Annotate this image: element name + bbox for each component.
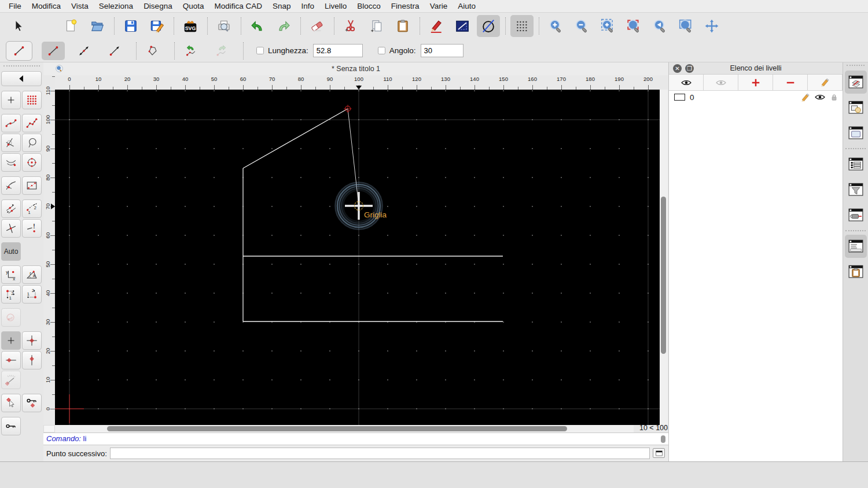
layer-row[interactable]: 0 xyxy=(669,91,843,103)
tool-inactive-button[interactable] xyxy=(1,308,21,327)
menu-quota[interactable]: Quota xyxy=(178,0,209,13)
hide-all-layers-button[interactable] xyxy=(704,75,738,90)
zoom-pan-button[interactable] xyxy=(700,15,723,37)
dock-entity-list-button[interactable] xyxy=(845,153,867,176)
export-svg-button[interactable]: SVG xyxy=(179,15,202,37)
dock-layer-list-button[interactable] xyxy=(845,71,867,94)
polyline-undo-segment-button[interactable] xyxy=(179,42,203,60)
menu-modifica[interactable]: Modifica xyxy=(27,0,66,13)
zoom-window-button[interactable] xyxy=(674,15,697,37)
angle-input[interactable] xyxy=(421,44,464,57)
snap-free-button[interactable] xyxy=(1,331,21,350)
coordinates-polar-button[interactable]: ra xyxy=(22,265,42,284)
menu-file[interactable]: File xyxy=(3,0,27,13)
show-all-layers-button[interactable] xyxy=(669,75,704,90)
vertical-scrollbar-thumb[interactable] xyxy=(661,197,666,354)
paste-button[interactable] xyxy=(391,15,414,37)
draw-points-button[interactable] xyxy=(22,91,42,109)
edit-pencil-button[interactable] xyxy=(425,15,448,37)
current-tool-indicator[interactable] xyxy=(6,41,32,61)
horizontal-scrollbar[interactable] xyxy=(55,425,634,432)
tangent-line-button[interactable] xyxy=(1,134,21,152)
dock-grip[interactable] xyxy=(847,65,865,68)
coordinates-cartesian-button[interactable]: yx xyxy=(1,265,21,284)
horizontal-scrollbar-thumb[interactable] xyxy=(107,426,567,431)
draft-mode-button[interactable] xyxy=(477,15,500,37)
layer-edit-icon[interactable] xyxy=(800,93,810,102)
command-history[interactable]: Comando: li xyxy=(43,432,668,445)
line-properties-button[interactable] xyxy=(451,15,474,37)
open-file-button[interactable] xyxy=(86,15,109,37)
menu-disegna[interactable]: Disegna xyxy=(138,0,178,13)
cut-button[interactable] xyxy=(339,15,362,37)
menu-varie[interactable]: Varie xyxy=(425,0,453,13)
zoom-auto-button[interactable] xyxy=(596,15,619,37)
circle-center-point-button[interactable] xyxy=(22,153,42,172)
zoom-selected-button[interactable] xyxy=(622,15,645,37)
redo-button[interactable] xyxy=(272,15,295,37)
dock-block-list-button[interactable] xyxy=(845,96,867,119)
draw-point-button[interactable] xyxy=(1,91,21,109)
toolbox-grip[interactable] xyxy=(3,65,40,69)
undock-panel-button[interactable]: ❐ xyxy=(685,64,694,73)
zoom-in-button[interactable] xyxy=(544,15,567,37)
layer-visible-icon[interactable] xyxy=(814,91,826,103)
back-button[interactable] xyxy=(1,71,42,86)
drawing-canvas[interactable]: Griglia xyxy=(55,90,660,425)
menu-vista[interactable]: Vista xyxy=(66,0,94,13)
menu-seleziona[interactable]: Seleziona xyxy=(94,0,138,13)
command-input[interactable] xyxy=(110,448,650,459)
arc-3point-button[interactable] xyxy=(1,153,21,172)
rect-diagonal-button[interactable] xyxy=(22,176,42,195)
lines-cross-button[interactable] xyxy=(1,219,21,238)
angle-checkbox[interactable] xyxy=(378,47,385,54)
menu-modifica-cad[interactable]: Modifica CAD xyxy=(209,0,267,13)
save-button[interactable] xyxy=(119,15,142,37)
layer-lock-icon[interactable] xyxy=(830,93,838,102)
snap-endpoint-button[interactable] xyxy=(22,351,42,369)
snap-grid-button[interactable] xyxy=(22,331,42,350)
spline-points-button[interactable] xyxy=(1,114,21,132)
dock-library-browser-button[interactable] xyxy=(845,121,867,145)
dock-clipboard-button[interactable] xyxy=(845,260,867,283)
menu-finestra[interactable]: Finestra xyxy=(386,0,425,13)
line-limit-button[interactable]: ! xyxy=(22,219,42,238)
restrict-lock-button[interactable] xyxy=(22,394,42,412)
menu-snap[interactable]: Snap xyxy=(267,0,296,13)
relative-cartesian-12-button[interactable]: 12 xyxy=(1,285,21,304)
toggle-grid-button[interactable] xyxy=(510,15,534,37)
new-file-button[interactable] xyxy=(60,15,83,37)
zoom-previous-button[interactable] xyxy=(648,15,671,37)
menu-livello[interactable]: Livello xyxy=(319,0,352,13)
arc-tangent-button[interactable] xyxy=(1,176,21,195)
length-input[interactable] xyxy=(313,44,363,57)
menu-info[interactable]: Info xyxy=(296,0,320,13)
dock-command-line-button[interactable] xyxy=(845,235,867,258)
vertical-scrollbar[interactable] xyxy=(660,90,668,425)
snap-distance-button[interactable] xyxy=(1,371,21,389)
line-two-points-button[interactable] xyxy=(42,42,65,60)
dock-pen-plot-button[interactable] xyxy=(845,204,867,227)
line-angle-12-button[interactable]: 12 xyxy=(22,199,42,218)
command-history-scrollbar[interactable] xyxy=(661,435,665,443)
copy-button[interactable] xyxy=(365,15,388,37)
line-ray-button[interactable] xyxy=(103,42,126,60)
select-pointer-button[interactable] xyxy=(7,15,30,37)
lock-relative-zero-button[interactable] xyxy=(1,417,21,435)
polyline-button[interactable] xyxy=(141,42,164,60)
snap-auto-button[interactable]: Auto xyxy=(1,242,21,261)
close-panel-button[interactable]: ✕ xyxy=(673,64,682,73)
save-as-button[interactable] xyxy=(145,15,168,37)
menu-aiuto[interactable]: Aiuto xyxy=(453,0,481,13)
remove-layer-button[interactable] xyxy=(773,75,808,90)
print-preview-button[interactable] xyxy=(212,15,236,37)
circle-2point-button[interactable] xyxy=(22,134,42,152)
menu-blocco[interactable]: Blocco xyxy=(352,0,386,13)
snap-on-entity-button[interactable] xyxy=(1,394,21,412)
dock-entity-filter-button[interactable] xyxy=(845,178,867,201)
edit-layer-button[interactable] xyxy=(808,75,843,90)
length-checkbox[interactable] xyxy=(256,47,264,54)
parallel-lines-button[interactable] xyxy=(1,199,21,218)
zoom-out-button[interactable] xyxy=(570,15,593,37)
add-layer-button[interactable] xyxy=(738,75,773,90)
